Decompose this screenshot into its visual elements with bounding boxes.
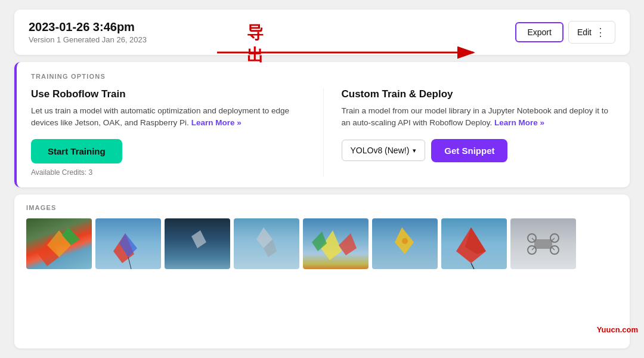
image-thumb-7[interactable]: [441, 218, 507, 269]
get-snippet-button[interactable]: Get Snippet: [431, 139, 507, 162]
svg-line-18: [471, 263, 474, 269]
kite-illustration-5: [303, 218, 369, 269]
snippet-row: YOLOv8 (New!) ▾ Get Snippet: [342, 139, 616, 162]
image-thumb-5[interactable]: [303, 218, 369, 269]
image-thumb-1[interactable]: [26, 218, 92, 269]
available-credits: Available Credits: 3: [31, 168, 305, 177]
image-thumb-3[interactable]: [165, 218, 230, 269]
custom-train-col: Custom Train & Deploy Train a model from…: [323, 88, 616, 177]
svg-rect-19: [534, 239, 552, 249]
svg-marker-12: [339, 233, 357, 255]
svg-marker-8: [191, 230, 206, 248]
svg-point-15: [402, 238, 408, 244]
header-left: 2023-01-26 3:46pm Version 1 Generated Ja…: [29, 20, 147, 44]
more-options-icon[interactable]: ⋮: [595, 26, 606, 39]
header-actions: Export Edit ⋮: [515, 21, 615, 44]
version-title: 2023-01-26 3:46pm: [29, 20, 147, 34]
start-training-button[interactable]: Start Training: [31, 139, 122, 163]
model-select-dropdown[interactable]: YOLOv8 (New!) ▾: [342, 140, 426, 161]
roboflow-train-title: Use Roboflow Train: [31, 88, 305, 100]
kite-illustration-2: [95, 218, 161, 269]
image-thumb-8[interactable]: [510, 218, 576, 269]
kite-illustration-7: [441, 218, 507, 269]
images-section: IMAGES: [14, 195, 630, 349]
svg-line-7: [128, 257, 131, 269]
kite-illustration-1: [26, 218, 92, 269]
model-select-value: YOLOv8 (New!): [351, 146, 410, 155]
training-section-label: TRAINING OPTIONS: [31, 73, 615, 80]
image-thumb-2[interactable]: [95, 218, 161, 269]
chevron-down-icon: ▾: [413, 147, 416, 155]
svg-line-27: [552, 248, 555, 250]
kite-illustration-6: [372, 218, 438, 269]
custom-train-desc-text: Train a model from our model library in …: [342, 106, 608, 127]
version-subtitle: Version 1 Generated Jan 26, 2023: [29, 35, 147, 44]
custom-train-desc: Train a model from our model library in …: [342, 105, 616, 129]
custom-train-title: Custom Train & Deploy: [342, 88, 616, 100]
roboflow-train-col: Use Roboflow Train Let us train a model …: [31, 88, 323, 177]
svg-line-25: [552, 238, 555, 240]
chinese-label: 导出: [247, 21, 264, 67]
drone-illustration: [510, 218, 576, 269]
roboflow-train-desc: Let us train a model with automatic opti…: [31, 105, 305, 129]
svg-line-24: [532, 238, 534, 240]
images-section-label: IMAGES: [26, 204, 618, 211]
kite-illustration-3: [165, 218, 230, 269]
svg-line-26: [532, 248, 534, 250]
image-thumb-4[interactable]: [234, 218, 299, 269]
export-button[interactable]: Export: [515, 22, 563, 42]
header-card: 2023-01-26 3:46pm Version 1 Generated Ja…: [14, 10, 630, 55]
kite-illustration-4: [234, 218, 299, 269]
images-grid: [26, 218, 618, 269]
training-columns: Use Roboflow Train Let us train a model …: [31, 88, 615, 177]
image-thumb-6[interactable]: [372, 218, 438, 269]
edit-label: Edit: [577, 27, 592, 37]
edit-button[interactable]: Edit ⋮: [568, 21, 615, 44]
training-options-card: TRAINING OPTIONS Use Roboflow Train Let …: [14, 62, 630, 187]
roboflow-train-desc-text: Let us train a model with automatic opti…: [31, 106, 289, 127]
roboflow-learn-more-link[interactable]: Learn More »: [191, 118, 242, 127]
custom-learn-more-link[interactable]: Learn More »: [494, 118, 544, 127]
